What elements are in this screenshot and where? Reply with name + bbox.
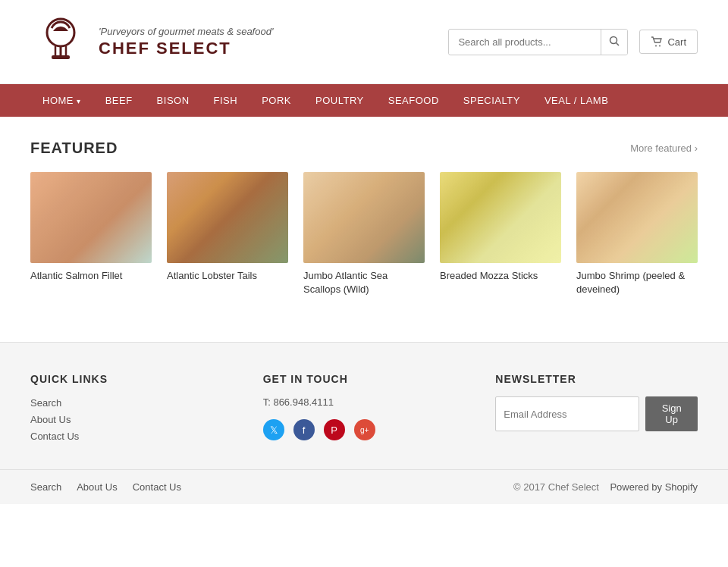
product-name: Atlantic Lobster Tails <box>167 269 288 283</box>
product-item[interactable]: Breaded Mozza Sticks <box>440 172 561 296</box>
nav-link-poultry[interactable]: POULTRY <box>303 84 376 117</box>
svg-point-7 <box>655 45 657 47</box>
nav-item-beef: BEEF <box>93 84 145 117</box>
footer-bottom: Search About Us Contact Us © 2017 Chef S… <box>0 469 728 504</box>
logo-tagline: 'Purveyors of gourmet meats & seafood' <box>99 25 273 39</box>
product-image <box>30 172 152 263</box>
main-content: FEATURED More featured › Atlantic Salmon… <box>0 117 728 342</box>
nav-link-specialty[interactable]: SPECIALTY <box>451 84 532 117</box>
nav-link-home[interactable]: HOME ▾ <box>30 84 93 117</box>
search-button[interactable] <box>601 30 627 55</box>
quick-link-contact: Contact Us <box>30 430 233 442</box>
search-input[interactable] <box>449 30 601 54</box>
get-in-touch-title: GET IN TOUCH <box>263 373 466 385</box>
site-footer: QUICK LINKS Search About Us Contact Us G… <box>0 342 728 504</box>
footer-get-in-touch: GET IN TOUCH T: 866.948.4111 𝕏 f P g+ <box>263 373 466 446</box>
nav-item-bison: BISON <box>145 84 202 117</box>
product-image <box>303 172 425 263</box>
footer-cols: QUICK LINKS Search About Us Contact Us G… <box>30 373 698 446</box>
product-item[interactable]: Jumbo Shrimp (peeled & deveined) <box>576 172 698 296</box>
header-right: Cart <box>448 29 698 55</box>
product-item[interactable]: Atlantic Salmon Fillet <box>30 172 152 296</box>
nav-list: HOME ▾ BEEF BISON FISH PORK POULTRY SEAF… <box>0 84 728 117</box>
cart-label: Cart <box>667 36 686 48</box>
quick-link-search-link[interactable]: Search <box>30 397 61 409</box>
featured-title: FEATURED <box>30 139 118 157</box>
quick-links-list: Search About Us Contact Us <box>30 396 233 442</box>
logo-area: 'Purveyors of gourmet meats & seafood' C… <box>30 11 273 72</box>
nav-link-bison[interactable]: BISON <box>145 84 202 117</box>
product-image <box>440 172 561 263</box>
product-name: Breaded Mozza Sticks <box>440 269 561 283</box>
nav-item-fish: FISH <box>202 84 250 117</box>
logo-text-area: 'Purveyors of gourmet meats & seafood' C… <box>99 25 273 58</box>
logo-brand: CHEF SELECT <box>99 39 273 58</box>
svg-point-8 <box>659 45 661 47</box>
main-nav: HOME ▾ BEEF BISON FISH PORK POULTRY SEAF… <box>0 84 728 117</box>
footer-newsletter: NEWSLETTER Sign Up <box>495 373 698 446</box>
footer-top: QUICK LINKS Search About Us Contact Us G… <box>0 342 728 469</box>
newsletter-form: Sign Up <box>495 396 698 431</box>
footer-bottom-about-us[interactable]: About Us <box>77 481 117 493</box>
search-icon <box>609 36 620 46</box>
product-name: Jumbo Shrimp (peeled & deveined) <box>576 269 698 296</box>
product-item[interactable]: Jumbo Atlantic Sea Scallops (Wild) <box>303 172 425 296</box>
facebook-icon[interactable]: f <box>293 419 315 440</box>
signup-button[interactable]: Sign Up <box>645 396 698 431</box>
products-grid: Atlantic Salmon FilletAtlantic Lobster T… <box>30 172 698 296</box>
nav-item-specialty: SPECIALTY <box>451 84 532 117</box>
cart-icon <box>651 36 663 48</box>
footer-quick-links: QUICK LINKS Search About Us Contact Us <box>30 373 233 446</box>
nav-link-pork[interactable]: PORK <box>249 84 303 117</box>
footer-bottom-contact-us[interactable]: Contact Us <box>133 481 181 493</box>
nav-link-fish[interactable]: FISH <box>202 84 250 117</box>
quick-link-about: About Us <box>30 413 233 425</box>
svg-line-6 <box>617 42 620 45</box>
nav-item-home: HOME ▾ <box>30 84 93 117</box>
newsletter-email-input[interactable] <box>495 396 639 431</box>
quick-link-contact-link[interactable]: Contact Us <box>30 431 79 442</box>
newsletter-title: NEWSLETTER <box>495 373 698 385</box>
quick-link-about-link[interactable]: About Us <box>30 414 71 425</box>
nav-item-pork: PORK <box>249 84 303 117</box>
product-image <box>167 172 288 263</box>
svg-rect-2 <box>52 55 70 59</box>
quick-links-title: QUICK LINKS <box>30 373 233 385</box>
twitter-icon[interactable]: 𝕏 <box>263 419 284 440</box>
nav-link-beef[interactable]: BEEF <box>93 84 145 117</box>
footer-copyright: © 2017 Chef Select Powered by Shopify <box>513 481 698 493</box>
google-plus-icon[interactable]: g+ <box>354 419 375 440</box>
nav-item-seafood: SEAFOOD <box>376 84 451 117</box>
logo-icon <box>30 11 91 72</box>
nav-link-veal-lamb[interactable]: VEAL / LAMB <box>532 84 621 117</box>
svg-point-5 <box>610 36 617 43</box>
nav-item-poultry: POULTRY <box>303 84 376 117</box>
powered-by-shopify[interactable]: Powered by Shopify <box>610 481 698 493</box>
more-featured-link[interactable]: More featured › <box>630 143 698 154</box>
product-item[interactable]: Atlantic Lobster Tails <box>167 172 288 296</box>
social-icons: 𝕏 f P g+ <box>263 419 466 440</box>
footer-bottom-search[interactable]: Search <box>30 481 61 493</box>
pinterest-icon[interactable]: P <box>324 419 345 440</box>
product-name: Atlantic Salmon Fillet <box>30 269 152 283</box>
featured-header: FEATURED More featured › <box>30 139 698 157</box>
nav-link-seafood[interactable]: SEAFOOD <box>376 84 451 117</box>
product-name: Jumbo Atlantic Sea Scallops (Wild) <box>303 269 425 296</box>
cart-button[interactable]: Cart <box>639 30 698 54</box>
product-image <box>576 172 698 263</box>
nav-item-veal-lamb: VEAL / LAMB <box>532 84 621 117</box>
quick-link-search: Search <box>30 396 233 409</box>
search-form <box>448 29 628 55</box>
chevron-down-icon: ▾ <box>77 97 81 105</box>
site-header: 'Purveyors of gourmet meats & seafood' C… <box>0 0 728 84</box>
footer-phone: T: 866.948.4111 <box>263 396 466 408</box>
